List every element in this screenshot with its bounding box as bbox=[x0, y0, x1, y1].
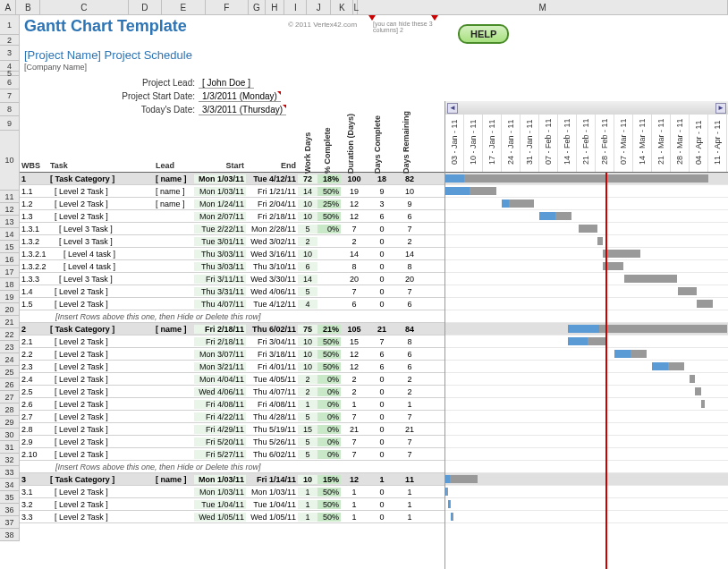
cell-duration[interactable]: 2 bbox=[341, 375, 368, 384]
cell-days-remaining[interactable]: 6 bbox=[396, 212, 423, 221]
cell-days-complete[interactable]: 0 bbox=[368, 488, 396, 497]
table-row[interactable]: 2.6 [ Level 2 Task ]Fri 4/08/11Fri 4/08/… bbox=[20, 398, 444, 411]
cell-wbs[interactable]: 1.5 bbox=[20, 300, 48, 309]
cell-duration[interactable]: 1 bbox=[341, 513, 368, 522]
cell-end[interactable]: Wed 3/30/11 bbox=[246, 275, 298, 284]
cell-duration[interactable]: 8 bbox=[341, 262, 368, 271]
cell-start[interactable]: Fri 3/11/11 bbox=[194, 275, 246, 284]
cell-pct-complete[interactable]: 50% bbox=[317, 187, 341, 196]
cell-task[interactable]: [ Level 2 Task ] bbox=[48, 387, 154, 396]
cell-duration[interactable]: 7 bbox=[341, 437, 368, 446]
cell-end[interactable]: Fri 4/01/11 bbox=[246, 362, 298, 371]
cell-work-days[interactable]: 10 bbox=[298, 475, 317, 484]
cell-end[interactable]: Thu 3/10/11 bbox=[246, 262, 298, 271]
cell-wbs[interactable]: 2.2 bbox=[20, 350, 48, 359]
cell-task[interactable]: [ Level 2 Task ] bbox=[48, 412, 154, 421]
cell-wbs[interactable]: 1.3.1 bbox=[20, 225, 48, 234]
cell-start[interactable]: Thu 4/07/11 bbox=[194, 300, 246, 309]
header-lead[interactable]: Lead bbox=[154, 161, 194, 170]
header-days-remaining[interactable]: Days Remaining bbox=[402, 156, 411, 175]
cell-pct-complete[interactable]: 15% bbox=[317, 475, 341, 484]
cell-work-days[interactable]: 10 bbox=[298, 250, 317, 259]
cell-end[interactable]: Fri 3/18/11 bbox=[246, 350, 298, 359]
cell-pct-complete[interactable]: 50% bbox=[317, 350, 341, 359]
row-header[interactable]: 29 bbox=[0, 416, 20, 429]
cell-task[interactable]: [ Level 2 Task ] bbox=[48, 187, 154, 196]
table-row[interactable]: 3.1 [ Level 2 Task ]Mon 1/03/11Mon 1/03/… bbox=[20, 486, 444, 498]
cell-pct-complete[interactable]: 21% bbox=[317, 325, 341, 334]
row-header[interactable]: 14 bbox=[0, 228, 20, 241]
meta-value[interactable]: [ John Doe ] bbox=[199, 78, 254, 89]
cell-lead[interactable]: [ name ] bbox=[154, 475, 194, 484]
cell-wbs[interactable]: 2.1 bbox=[20, 337, 48, 346]
cell-end[interactable]: Fri 2/04/11 bbox=[246, 200, 298, 208]
row-header[interactable]: 15 bbox=[0, 241, 20, 253]
cell-task[interactable]: [ Level 2 Task ] bbox=[48, 450, 154, 459]
row-header[interactable]: 37 bbox=[0, 516, 20, 529]
column-header[interactable]: F bbox=[206, 0, 249, 14]
cell-wbs[interactable]: 2.9 bbox=[20, 437, 48, 446]
cell-task[interactable]: [ Level 2 Task ] bbox=[48, 500, 154, 509]
cell-work-days[interactable]: 10 bbox=[298, 200, 317, 208]
cell-start[interactable]: Mon 3/21/11 bbox=[194, 362, 246, 371]
row-header[interactable]: 6 bbox=[0, 76, 20, 89]
cell-start[interactable]: Tue 3/01/11 bbox=[194, 237, 246, 246]
cell-duration[interactable]: 7 bbox=[341, 287, 368, 296]
cell-days-remaining[interactable]: 14 bbox=[396, 250, 423, 259]
cell-duration[interactable]: 19 bbox=[341, 187, 368, 196]
cell-days-complete[interactable]: 0 bbox=[368, 262, 396, 271]
table-row[interactable]: 2[ Task Category ][ name ]Fri 2/18/11Thu… bbox=[20, 323, 444, 335]
cell-wbs[interactable]: 1.3.2.2 bbox=[20, 262, 48, 271]
table-row[interactable]: 2.10 [ Level 2 Task ]Fri 5/27/11Thu 6/02… bbox=[20, 448, 444, 461]
cell-days-complete[interactable]: 0 bbox=[368, 225, 396, 234]
cell-days-remaining[interactable]: 6 bbox=[396, 350, 423, 359]
cell-duration[interactable]: 12 bbox=[341, 350, 368, 359]
cell-start[interactable]: Mon 1/03/11 bbox=[194, 187, 246, 196]
cell-work-days[interactable]: 14 bbox=[298, 187, 317, 196]
cell-task[interactable]: [ Level 3 Task ] bbox=[48, 225, 154, 234]
table-row[interactable]: 1.3.1 [ Level 3 Task ]Tue 2/22/11Mon 2/2… bbox=[20, 223, 444, 235]
cell-work-days[interactable]: 4 bbox=[298, 300, 317, 309]
cell-task[interactable]: [ Level 4 task ] bbox=[48, 262, 154, 271]
cell-task[interactable]: [ Level 2 Task ] bbox=[48, 350, 154, 359]
row-header[interactable]: 34 bbox=[0, 479, 20, 491]
cell-start[interactable]: Fri 2/18/11 bbox=[194, 325, 246, 334]
cell-duration[interactable]: 12 bbox=[341, 362, 368, 371]
cell-days-complete[interactable]: 0 bbox=[368, 287, 396, 296]
cell-end[interactable]: Thu 5/19/11 bbox=[246, 425, 298, 434]
cell-wbs[interactable]: 1.1 bbox=[20, 187, 48, 196]
cell-wbs[interactable]: 1.3.2.1 bbox=[20, 250, 48, 259]
cell-start[interactable]: Fri 4/22/11 bbox=[194, 412, 246, 421]
cell-days-complete[interactable]: 7 bbox=[368, 337, 396, 346]
cell-days-remaining[interactable]: 7 bbox=[396, 437, 423, 446]
row-header[interactable]: 22 bbox=[0, 328, 20, 341]
cell-pct-complete[interactable]: 50% bbox=[317, 513, 341, 522]
row-header[interactable]: 13 bbox=[0, 216, 20, 228]
cell-task[interactable]: [ Task Category ] bbox=[48, 325, 154, 334]
table-row[interactable]: 1.4 [ Level 2 Task ]Thu 3/31/11Wed 4/06/… bbox=[20, 285, 444, 298]
cell-lead[interactable]: [ name ] bbox=[154, 187, 194, 196]
cell-wbs[interactable]: 1 bbox=[20, 174, 48, 183]
cell-days-complete[interactable]: 3 bbox=[368, 200, 396, 208]
cell-days-remaining[interactable]: 2 bbox=[396, 237, 423, 246]
cell-days-remaining[interactable]: 7 bbox=[396, 450, 423, 459]
table-row[interactable]: 1.5 [ Level 2 Task ]Thu 4/07/11Tue 4/12/… bbox=[20, 298, 444, 310]
cell-duration[interactable]: 7 bbox=[341, 225, 368, 234]
cell-task[interactable]: [ Level 2 Task ] bbox=[48, 337, 154, 346]
cell-task[interactable]: [ Level 2 Task ] bbox=[48, 375, 154, 384]
cell-days-complete[interactable]: 0 bbox=[368, 387, 396, 396]
cell-wbs[interactable]: 2.8 bbox=[20, 425, 48, 434]
cell-days-remaining[interactable]: 7 bbox=[396, 412, 423, 421]
row-header[interactable]: 19 bbox=[0, 291, 20, 303]
cell-start[interactable]: Thu 3/03/11 bbox=[194, 250, 246, 259]
cell-pct-complete[interactable]: 0% bbox=[317, 450, 341, 459]
cell-work-days[interactable]: 10 bbox=[298, 212, 317, 221]
row-header[interactable]: 31 bbox=[0, 441, 20, 454]
table-row[interactable]: 2.7 [ Level 2 Task ]Fri 4/22/11Thu 4/28/… bbox=[20, 411, 444, 423]
cell-work-days[interactable]: 5 bbox=[298, 437, 317, 446]
cell-pct-complete[interactable]: 0% bbox=[317, 375, 341, 384]
cell-start[interactable]: Mon 3/07/11 bbox=[194, 350, 246, 359]
table-row[interactable]: 1.3 [ Level 2 Task ]Mon 2/07/11Fri 2/18/… bbox=[20, 210, 444, 223]
row-header[interactable]: 12 bbox=[0, 203, 20, 216]
cell-start[interactable]: Fri 4/08/11 bbox=[194, 400, 246, 409]
